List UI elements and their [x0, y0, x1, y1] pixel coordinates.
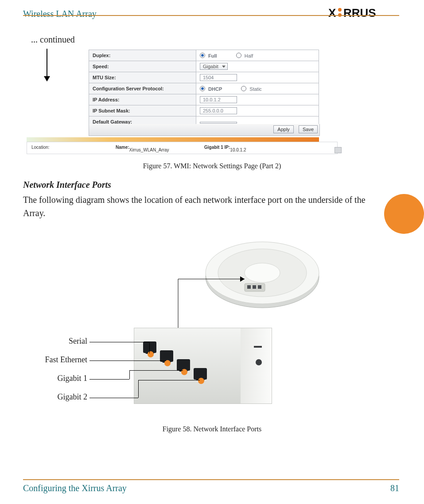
status-location-label: Location:	[31, 145, 50, 150]
lead-line	[149, 342, 150, 353]
xirrus-logo: X RRUS	[328, 6, 399, 21]
figure-57-caption: Figure 57. WMI: Network Settings Page (P…	[0, 162, 424, 170]
radio-label: Full	[208, 53, 217, 58]
continued-label: ... continued	[31, 35, 75, 45]
label-gigabit-2: Gigabit 2	[41, 392, 87, 402]
wmi-label: MTU Size:	[89, 72, 196, 83]
table-row: Speed: Gigabit	[89, 61, 319, 72]
radio-icon[interactable]	[200, 86, 205, 91]
table-row: Duplex: Full Half	[89, 50, 319, 61]
array-ports-closeup	[134, 328, 272, 404]
continued-arrow-icon	[47, 49, 47, 81]
switch-mark-icon	[256, 359, 262, 365]
radio-icon[interactable]	[236, 53, 241, 58]
apply-button[interactable]: Apply	[273, 125, 294, 133]
port-marker-icon	[148, 351, 154, 357]
section-paragraph: The following diagram shows the location…	[23, 193, 377, 220]
status-ip: Gigabit 1 IP: 10.0.1.2	[204, 145, 230, 150]
wmi-value: 255.0.0.0	[196, 105, 319, 116]
gateway-input[interactable]	[200, 122, 237, 124]
wmi-button-row: Apply Save	[89, 124, 320, 136]
footer-rule	[23, 479, 399, 480]
section-marker-icon	[384, 194, 424, 234]
radio-label: Static	[249, 86, 262, 92]
wmi-settings-table: Duplex: Full Half Speed: Gigabit MTU Siz…	[89, 50, 319, 128]
page: Wireless LAN Array X RRUS ... continued …	[0, 0, 424, 504]
lead-line	[129, 370, 130, 379]
port-marker-icon	[198, 378, 204, 384]
lead-line	[89, 342, 149, 342]
lead-line	[89, 361, 166, 361]
label-serial: Serial	[36, 337, 87, 346]
wmi-label: IP Subnet Mask:	[89, 105, 196, 116]
wmi-value: DHCP Static	[196, 83, 319, 94]
table-row: IP Subnet Mask: 255.0.0.0	[89, 105, 319, 116]
status-name: Name: Xirrus_WLAN_Array	[116, 145, 129, 150]
radio-label: DHCP	[208, 86, 222, 92]
label-fast-ethernet: Fast Ethernet	[27, 355, 87, 364]
wmi-value: Full Half	[196, 50, 319, 61]
speed-select[interactable]: Gigabit	[200, 63, 228, 70]
lead-line	[89, 379, 129, 380]
switch-mark-icon	[254, 346, 262, 348]
ip-address-input[interactable]: 10.0.1.2	[200, 96, 237, 103]
lead-line	[89, 398, 138, 398]
radio-icon[interactable]	[200, 53, 205, 58]
ports-diagram: Serial Fast Ethernet Gigabit 1 Gigabit 2	[23, 235, 360, 421]
table-row: IP Address: 10.0.1.2	[89, 94, 319, 105]
footer-section-title: Configuring the Xirrus Array	[23, 483, 127, 493]
save-button[interactable]: Save	[299, 125, 318, 133]
lead-line	[129, 370, 183, 371]
wmi-label: Speed:	[89, 61, 196, 72]
side-panel	[241, 328, 272, 403]
svg-rect-10	[258, 285, 261, 289]
mtu-input[interactable]: 1504	[200, 74, 237, 81]
wmi-label: IP Address:	[89, 94, 196, 105]
svg-point-1	[338, 8, 342, 12]
table-row: Configuration Server Protocol: DHCP Stat…	[89, 83, 319, 94]
wmi-value: 1504	[196, 72, 319, 83]
wmi-value: Gigabit	[196, 61, 319, 72]
radio-label: Half	[245, 53, 253, 58]
save-icon[interactable]	[335, 147, 342, 153]
wmi-label: Duplex:	[89, 50, 196, 61]
section-heading: Network Interface Ports	[23, 180, 111, 190]
wmi-label: Configuration Server Protocol:	[89, 83, 196, 94]
wmi-value: 10.0.1.2	[196, 94, 319, 105]
header-rule	[23, 15, 399, 16]
figure-58-caption: Figure 58. Network Interface Ports	[0, 425, 424, 433]
radio-icon[interactable]	[241, 86, 246, 91]
lead-line	[138, 380, 139, 398]
svg-marker-11	[240, 276, 245, 282]
port-marker-icon	[164, 360, 171, 366]
header-title: Wireless LAN Array	[23, 9, 97, 19]
table-row: MTU Size: 1504	[89, 72, 319, 83]
subnet-mask-input[interactable]: 255.0.0.0	[200, 107, 237, 114]
wmi-accent-bar	[27, 137, 319, 142]
svg-text:X: X	[328, 6, 336, 19]
wmi-status-bar: Location: Name: Xirrus_WLAN_Array Gigabi…	[27, 142, 338, 154]
footer-page-number: 81	[390, 483, 399, 493]
label-gigabit-1: Gigabit 1	[41, 374, 87, 383]
logo-text: RRUS	[343, 6, 376, 19]
lead-line	[138, 380, 200, 380]
